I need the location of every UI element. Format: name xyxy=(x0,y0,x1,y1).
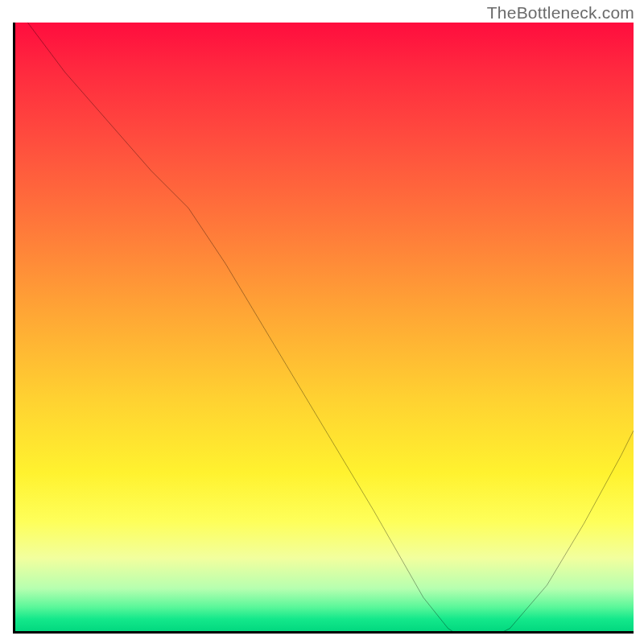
chart-container: TheBottleneck.com xyxy=(0,0,644,644)
watermark-text: TheBottleneck.com xyxy=(487,3,634,23)
svg-rect-0 xyxy=(442,632,497,634)
optimal-range-marker xyxy=(15,23,634,634)
plot-area xyxy=(13,23,634,634)
